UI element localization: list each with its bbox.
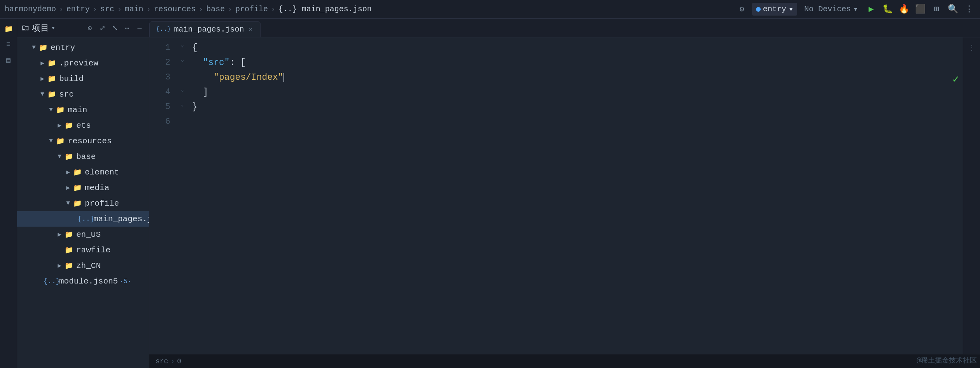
arrow-icon: ▶: [38, 75, 47, 83]
breadcrumb-profile[interactable]: profile: [235, 5, 268, 14]
no-devices-chevron-icon: ▾: [853, 4, 858, 14]
folder-icon-element: 📁: [72, 168, 82, 176]
folder-icon-preview: 📁: [47, 59, 57, 67]
tree-item-ets[interactable]: ▶ 📁 ets: [17, 118, 149, 133]
no-devices-button[interactable]: No Devices ▾: [801, 3, 861, 16]
arrow-icon: ▶: [55, 262, 64, 269]
more-icon-btn[interactable]: ⋯: [122, 23, 133, 33]
target-icon-btn[interactable]: ⊙: [84, 23, 95, 33]
breadcrumb-harmonydemo[interactable]: harmonydemo: [5, 5, 56, 14]
sidebar-title-label: 项目: [32, 22, 49, 34]
fold-btn-4[interactable]: ⌄: [177, 82, 188, 97]
folder-icon-rawfile: 📁: [64, 246, 74, 254]
tree-item-zh-cn[interactable]: ▶ 📁 zh_CN: [17, 258, 149, 273]
tab-label: main_pages.json: [174, 25, 244, 34]
fold-btn-2[interactable]: ⌄: [177, 52, 188, 67]
tabs-bar: {..} main_pages.json ✕: [149, 19, 980, 37]
tree-item-base[interactable]: ▼ 📁 base: [17, 149, 149, 164]
fold-btn-6: [177, 111, 188, 126]
tree-item-main[interactable]: ▼ 📁 main: [17, 102, 149, 118]
sidebar-title: 🗂 项目 ▾: [21, 22, 82, 34]
tree-label-src: src: [59, 90, 74, 99]
code-token: [192, 87, 203, 97]
file-tree: ▼ 📁 entry ▶ 📁 .preview ▶ 📁 build ▼ 📁 src: [17, 37, 149, 368]
breadcrumb-src[interactable]: src: [100, 5, 114, 14]
tab-close-button[interactable]: ✕: [247, 26, 254, 33]
folder-icon-ets: 📁: [64, 121, 74, 129]
tree-label-element: element: [85, 168, 119, 177]
tree-item-rawfile[interactable]: ▶ 📁 rawfile: [17, 242, 149, 258]
tree-item-src[interactable]: ▼ 📁 src: [17, 86, 149, 102]
breadcrumb-main[interactable]: main: [125, 5, 144, 14]
tree-item-profile[interactable]: ▼ 📁 profile: [17, 195, 149, 211]
search-button[interactable]: 🔍: [947, 3, 959, 16]
tab-main-pages-json[interactable]: {..} main_pages.json ✕: [149, 21, 261, 37]
tree-item-element[interactable]: ▶ 📁 element: [17, 164, 149, 180]
run-button[interactable]: ▶: [865, 3, 877, 16]
code-token: : [: [230, 58, 246, 68]
tree-label-base: base: [76, 152, 96, 161]
right-more-icon[interactable]: ⋮: [966, 41, 978, 54]
arrow-icon: ▶: [64, 168, 72, 176]
minimize-icon-btn[interactable]: —: [134, 23, 145, 33]
code-editor[interactable]: { "src": [ "pages/Index" ] }: [188, 37, 963, 354]
tree-item-module-json5[interactable]: ▶ {..} module.json5 ·5·: [17, 273, 149, 289]
arrow-icon: ▼: [47, 137, 55, 144]
profiler-button[interactable]: 🔥: [898, 3, 910, 16]
settings-icon[interactable]: ⚙: [736, 3, 748, 16]
folder-icon-build: 📁: [47, 75, 57, 83]
arrow-icon: ▼: [64, 200, 72, 207]
code-token: "pages/Index": [214, 72, 283, 83]
no-devices-label: No Devices: [804, 5, 851, 14]
tree-item-media[interactable]: ▶ 📁 media: [17, 180, 149, 195]
folder-icon-media: 📁: [72, 184, 82, 192]
breadcrumb-entry[interactable]: entry: [66, 5, 90, 14]
tree-item-resources[interactable]: ▼ 📁 resources: [17, 133, 149, 149]
tree-label-module-json5: module.json5: [59, 277, 118, 286]
fold-btn-5[interactable]: ⌄: [177, 97, 188, 111]
breadcrumb-base[interactable]: base: [206, 5, 225, 14]
code-token: }: [192, 102, 198, 112]
left-icon-strip: 📁 ≡ ▤: [0, 19, 17, 368]
code-line-1: {: [188, 40, 963, 55]
more-options-button[interactable]: ⋮: [963, 3, 975, 16]
code-line-5: }: [188, 100, 963, 114]
tree-item-en-us[interactable]: ▶ 📁 en_US: [17, 227, 149, 242]
text-cursor: [284, 73, 284, 82]
line-num-5: 5: [149, 100, 177, 114]
tree-item-entry[interactable]: ▼ 📁 entry: [17, 40, 149, 55]
arrow-icon: ▼: [30, 44, 38, 51]
tree-item-preview[interactable]: ▶ 📁 .preview: [17, 55, 149, 71]
layout-button[interactable]: ⊞: [930, 3, 943, 16]
line-num-1: 1: [149, 40, 177, 55]
folder-icon-src: 📁: [47, 90, 57, 98]
tree-label-main-pages-json: main_pages.json: [93, 215, 149, 224]
entry-selector[interactable]: entry ▾: [752, 3, 797, 16]
badge-module: ·5·: [119, 278, 131, 285]
tree-item-main-pages-json[interactable]: ▶ {..} main_pages.json: [17, 211, 149, 227]
collapse-icon-btn[interactable]: ⤡: [109, 23, 120, 33]
folder-icon-resources: 📁: [55, 137, 65, 145]
json5-file-icon: {..}: [47, 277, 57, 285]
panel-icon[interactable]: ▤: [2, 54, 15, 66]
breadcrumb-main-pages-json[interactable]: {..} main_pages.json: [278, 5, 372, 14]
fold-btn-1[interactable]: ⌄: [177, 37, 188, 52]
arrow-icon: ▼: [55, 153, 64, 160]
structure-icon[interactable]: ≡: [2, 38, 15, 51]
tree-item-build[interactable]: ▶ 📁 build: [17, 71, 149, 86]
tree-label-zh-cn: zh_CN: [76, 261, 101, 270]
right-icon-strip: ⋮: [963, 37, 980, 354]
stop-button[interactable]: ⬛: [914, 3, 926, 16]
code-token: ]: [203, 87, 208, 97]
files-icon[interactable]: 📁: [2, 23, 15, 35]
status-bar: src › 0: [149, 354, 980, 368]
line-num-3: 3: [149, 70, 177, 85]
expand-icon-btn[interactable]: ⤢: [97, 23, 108, 33]
checkmark-indicator: ✓: [952, 72, 959, 86]
line-num-2: 2: [149, 55, 177, 70]
code-token: "src": [203, 58, 230, 68]
code-line-3: "pages/Index": [188, 70, 963, 85]
debug-button[interactable]: 🐛: [881, 3, 894, 16]
breadcrumb-resources[interactable]: resources: [154, 5, 196, 14]
tree-label-entry: entry: [51, 43, 75, 52]
